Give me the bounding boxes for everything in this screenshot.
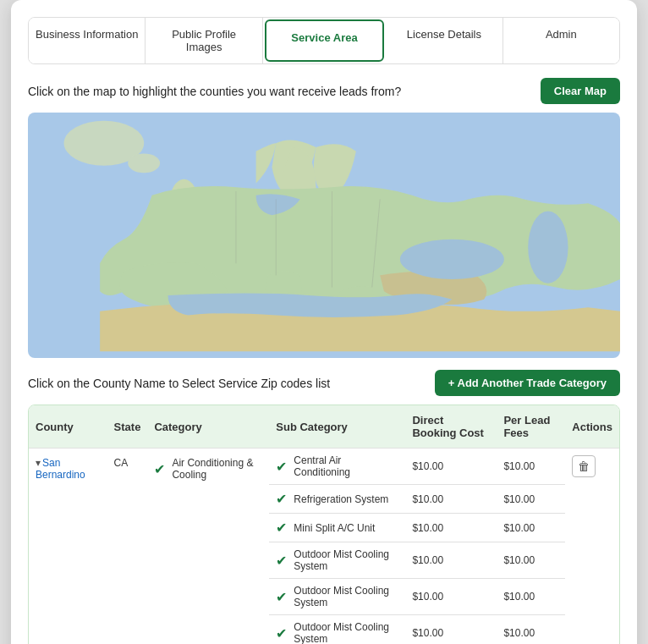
- chevron-icon: ▾: [36, 457, 41, 469]
- subcategory-check-icon: ✔: [276, 459, 287, 475]
- delete-button[interactable]: 🗑: [572, 455, 596, 477]
- subcategory-check-icon: ✔: [276, 553, 287, 569]
- per-lead-fee: $10.00: [497, 514, 565, 542]
- subcategory-name: Outdoor Mist Cooling System: [294, 548, 398, 572]
- actions-cell: 🗑: [565, 449, 619, 645]
- service-area-header: Click on the County Name to Select Servi…: [28, 370, 620, 396]
- col-county: County: [29, 405, 107, 449]
- col-direct-booking: Direct Booking Cost: [405, 405, 497, 449]
- direct-booking-cost: $10.00: [405, 615, 497, 645]
- subcategory-name: Outdoor Mist Cooling System: [294, 585, 398, 608]
- map-svg: [28, 113, 620, 358]
- per-lead-fee: $10.00: [497, 485, 565, 514]
- service-table: County State Category Sub Category Direc…: [29, 405, 619, 644]
- direct-booking-cost: $10.00: [405, 449, 497, 485]
- subcategory-check-icon: ✔: [276, 491, 287, 507]
- per-lead-fee: $10.00: [497, 615, 565, 645]
- state-cell: CA: [107, 449, 148, 645]
- per-lead-fee: $10.00: [497, 542, 565, 579]
- tab-public-profile-images[interactable]: Public Profile Images: [146, 18, 262, 63]
- col-actions: Actions: [565, 405, 619, 449]
- direct-booking-cost: $10.00: [405, 542, 497, 579]
- col-subcategory: Sub Category: [269, 405, 405, 449]
- per-lead-fee: $10.00: [497, 579, 565, 615]
- svg-point-5: [400, 239, 504, 279]
- subcategory-cell: ✔Outdoor Mist Cooling System: [269, 542, 405, 579]
- subcategory-name: Outdoor Mist Cooling System: [294, 621, 398, 644]
- service-area-instruction: Click on the County Name to Select Servi…: [28, 377, 330, 390]
- map-header: Click on the map to highlight the counti…: [28, 78, 620, 104]
- subcategory-check-icon: ✔: [276, 625, 287, 641]
- col-state: State: [107, 405, 148, 449]
- table-row: ▾San BernardinoCA✔Air Conditioning & Coo…: [29, 449, 619, 485]
- clear-map-button[interactable]: Clear Map: [541, 78, 620, 104]
- subcategory-cell: ✔Outdoor Mist Cooling System: [269, 579, 405, 615]
- category-name: Air Conditioning & Cooling: [172, 457, 262, 481]
- subcategory-name: Mini Split A/C Unit: [294, 522, 375, 534]
- subcategory-cell: ✔Outdoor Mist Cooling System: [269, 615, 405, 645]
- tab-admin[interactable]: Admin: [503, 18, 619, 63]
- direct-booking-cost: $10.00: [405, 514, 497, 542]
- tab-bar: Business Information Public Profile Imag…: [28, 17, 620, 64]
- add-trade-category-button[interactable]: + Add Another Trade Category: [435, 370, 620, 396]
- tab-license-details[interactable]: License Details: [386, 18, 502, 63]
- col-per-lead: Per Lead Fees: [497, 405, 565, 449]
- tab-service-area[interactable]: Service Area: [265, 19, 384, 62]
- direct-booking-cost: $10.00: [405, 485, 497, 514]
- county-cell[interactable]: ▾San Bernardino: [29, 449, 107, 645]
- subcategory-cell: ✔Refrigeration System: [269, 485, 405, 514]
- subcategory-cell: ✔Mini Split A/C Unit: [269, 514, 405, 542]
- map-container[interactable]: [28, 113, 620, 358]
- category-cell: ✔Air Conditioning & Cooling: [147, 449, 269, 645]
- map-instruction: Click on the map to highlight the counti…: [28, 85, 401, 98]
- subcategory-name: Central Air Conditioning: [294, 454, 398, 478]
- subcategory-check-icon: ✔: [276, 589, 287, 605]
- tab-business-information[interactable]: Business Information: [29, 18, 146, 63]
- direct-booking-cost: $10.00: [405, 579, 497, 615]
- category-check-icon: ✔: [154, 461, 165, 477]
- subcategory-name: Refrigeration System: [294, 493, 388, 505]
- subcategory-cell: ✔Central Air Conditioning: [269, 449, 405, 485]
- subcategory-check-icon: ✔: [276, 520, 287, 536]
- per-lead-fee: $10.00: [497, 449, 565, 485]
- service-table-wrapper: County State Category Sub Category Direc…: [28, 405, 620, 644]
- county-link[interactable]: San Bernardino: [36, 457, 85, 481]
- svg-point-2: [128, 154, 160, 173]
- table-header-row: County State Category Sub Category Direc…: [29, 405, 619, 449]
- col-category: Category: [147, 405, 269, 449]
- svg-point-6: [528, 212, 568, 283]
- main-card: Business Information Public Profile Imag…: [11, 0, 637, 644]
